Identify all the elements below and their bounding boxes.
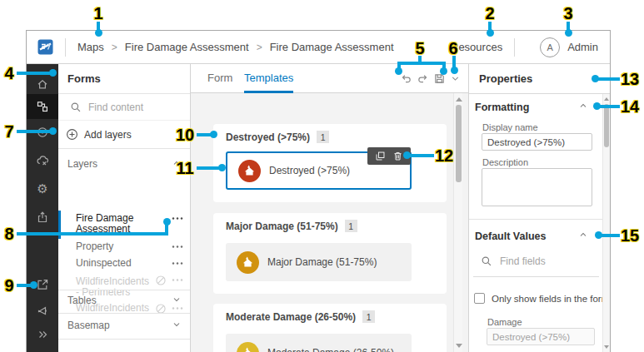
find-fields-search[interactable] — [481, 255, 583, 267]
tab-form[interactable]: Form — [207, 64, 232, 93]
breadcrumb-separator-icon: > — [257, 42, 262, 53]
callout-10: 10 — [174, 126, 196, 144]
callout-15: 15 — [619, 226, 641, 245]
scroll-down-arrow-icon[interactable] — [456, 344, 462, 348]
scroll-down-arrow-icon[interactable] — [604, 345, 609, 349]
callout-14-line — [600, 105, 620, 108]
find-content-search[interactable] — [58, 94, 190, 121]
undo-icon[interactable] — [400, 72, 412, 85]
callout-4-dot — [49, 69, 57, 77]
scrollbar-thumb[interactable] — [604, 104, 609, 147]
search-input[interactable] — [88, 102, 176, 113]
layers-section-label: Layers — [67, 158, 97, 170]
overflow-menu-icon[interactable] — [172, 275, 183, 285]
callout-6-dot — [451, 67, 458, 74]
tab-templates[interactable]: Templates — [244, 64, 293, 93]
callout-14: 14 — [619, 97, 641, 116]
user-menu[interactable]: Admin — [567, 41, 598, 53]
callout-3-dot — [565, 29, 572, 37]
only-show-fields-checkbox[interactable] — [474, 293, 485, 304]
default-values-section-header[interactable]: Default Values — [475, 230, 588, 242]
major-damage-symbol-icon — [237, 251, 259, 274]
scroll-up-arrow-icon[interactable] — [456, 97, 462, 102]
sidebar-collapse-button[interactable] — [27, 323, 58, 346]
template-count-badge: 1 — [317, 131, 329, 143]
formatting-section-header[interactable]: Formatting — [475, 101, 588, 113]
template-card-major-damage[interactable]: Major Damage (51-75%) — [226, 243, 412, 281]
breadcrumb-separator-icon: > — [112, 42, 117, 53]
overflow-menu-icon[interactable] — [172, 213, 183, 224]
add-circle-icon — [66, 128, 78, 141]
callout-13-line — [598, 77, 620, 81]
duplicate-icon[interactable] — [375, 151, 386, 161]
redo-icon[interactable] — [417, 72, 429, 85]
nav-sidebar: ⚙ — [27, 64, 58, 352]
callout-1: 1 — [87, 4, 109, 22]
share-icon — [36, 211, 49, 224]
scrollbar-thumb[interactable] — [456, 105, 462, 182]
display-name-input[interactable] — [482, 133, 592, 151]
description-textarea[interactable] — [482, 168, 592, 206]
template-group-title: Major Damage (51-75%) — [226, 221, 338, 232]
breadcrumb-map-name[interactable]: Fire Damage Assessment — [125, 41, 249, 53]
template-group-header: Major Damage (51-75%) 1 — [213, 213, 447, 232]
properties-panel-title: Properties — [469, 64, 610, 94]
not-supported-icon — [155, 275, 167, 286]
callout-11-line — [197, 166, 220, 170]
breadcrumb-maps[interactable]: Maps — [77, 41, 104, 53]
templates-scrollbar[interactable] — [453, 93, 462, 352]
template-editor: Form Templates Destroyed (>75%) 1 — [191, 64, 468, 352]
tables-section-label: Tables — [67, 295, 97, 306]
properties-panel: Properties Formatting Display name Descr… — [468, 64, 610, 352]
megaphone-icon — [36, 304, 49, 317]
sidebar-item-sharing[interactable] — [27, 206, 58, 229]
sidebar-item-forms[interactable] — [27, 94, 58, 119]
find-fields-input[interactable] — [500, 255, 583, 267]
open-in-new-icon — [36, 278, 49, 291]
avatar[interactable]: A — [540, 37, 560, 57]
basemap-section-header[interactable]: Basemap — [67, 319, 182, 332]
editor-tab-bar: Form Templates — [191, 64, 468, 93]
save-menu-chevron-icon[interactable] — [450, 73, 461, 84]
double-chevron-right-icon — [36, 328, 49, 341]
moderate-damage-symbol-icon — [237, 342, 259, 352]
template-group-header: Moderate Damage (26-50%) 1 — [213, 304, 447, 323]
forms-sitemap-icon — [36, 100, 49, 113]
divider — [58, 290, 190, 290]
chevron-up-icon — [578, 230, 588, 242]
callout-15-line — [602, 234, 620, 237]
add-layers-label: Add layers — [84, 129, 132, 141]
callout-2: 2 — [479, 4, 501, 22]
sidebar-item-settings[interactable]: ⚙ — [27, 177, 58, 201]
damage-field-input[interactable] — [487, 328, 595, 345]
delete-trash-icon[interactable] — [392, 151, 403, 161]
add-layers-button[interactable]: Add layers — [58, 121, 190, 149]
callout-9-dot — [30, 281, 37, 289]
chevron-down-icon — [172, 320, 182, 332]
tables-section-header[interactable]: Tables — [67, 294, 182, 307]
properties-scrollbar[interactable] — [602, 94, 610, 352]
template-group-title: Destroyed (>75%) — [226, 131, 310, 143]
sidebar-item-offline[interactable] — [27, 149, 58, 172]
breadcrumb-form-name: Fire Damage Assessment — [270, 41, 394, 53]
callout-5-bracket — [397, 62, 446, 65]
callout-8: 8 — [0, 225, 20, 243]
template-card-label: Destroyed (>75%) — [269, 165, 350, 176]
offline-cloud-icon — [36, 154, 49, 167]
layers-section-header[interactable]: Layers — [67, 157, 182, 171]
callout-5-dot-right — [440, 67, 447, 75]
template-group-destroyed: Destroyed (>75%) 1 Destroyed (>75%) — [213, 124, 447, 202]
arcgis-logo-icon — [37, 39, 53, 55]
callout-9: 9 — [0, 276, 20, 295]
divider — [469, 219, 602, 220]
display-name-label: Display name — [482, 122, 538, 132]
destroyed-symbol-icon — [238, 160, 261, 182]
scroll-up-arrow-icon[interactable] — [604, 97, 609, 101]
divider — [58, 313, 190, 314]
gear-icon: ⚙ — [37, 183, 47, 196]
sidebar-item-announcements[interactable] — [27, 299, 58, 322]
callout-4-line — [17, 72, 52, 75]
template-card-moderate-damage[interactable]: Moderate Damage (26-50%) — [226, 334, 412, 352]
divider — [473, 276, 599, 277]
divider — [58, 339, 190, 340]
